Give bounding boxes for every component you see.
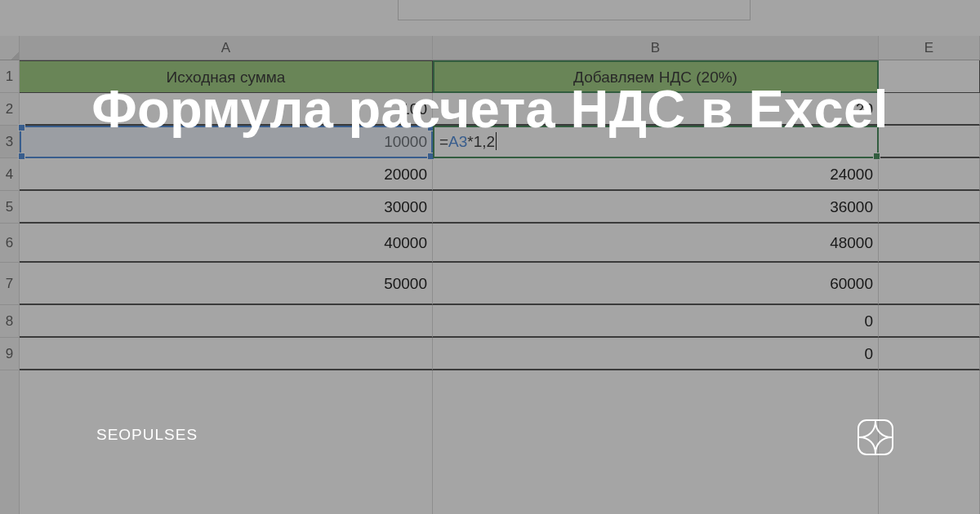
promo-overlay: Формула расчета НДС в Excel SEOPULSES [0, 0, 980, 514]
overlay-headline: Формула расчета НДС в Excel [0, 78, 980, 140]
overlay-brand: SEOPULSES [96, 426, 198, 444]
zen-icon [858, 419, 893, 455]
